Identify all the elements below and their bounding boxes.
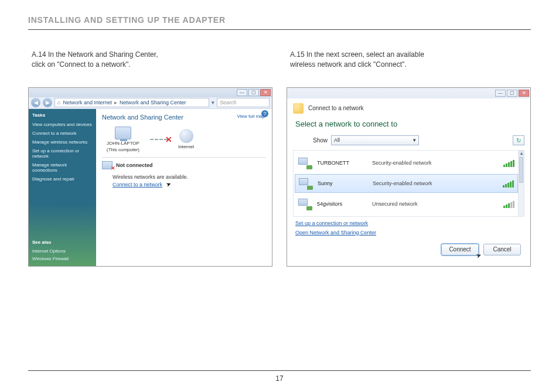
tasks-header: Tasks — [32, 113, 93, 118]
page-number: 17 — [28, 374, 531, 383]
wireless-available-text: Wireless networks are available. — [113, 174, 266, 180]
signal-bars-icon — [503, 159, 514, 167]
dialog-button-row: Connect ➤ Cancel — [293, 236, 524, 255]
show-label: Show — [313, 137, 328, 144]
signal-bars-icon — [503, 179, 514, 188]
content-pane: ? Network and Sharing Center View full m… — [96, 109, 272, 266]
scrollbar[interactable]: ▴ — [518, 151, 524, 216]
not-connected-label: Not connected — [116, 162, 153, 168]
breadcrumb-icon: ⌂ — [57, 100, 60, 105]
see-also-header: See also — [32, 240, 93, 245]
view-full-map-link[interactable]: View full map — [237, 114, 265, 119]
disconnected-x-icon: ✕ — [165, 135, 172, 144]
connect-to-network-link[interactable]: Connect to a network — [113, 182, 162, 188]
sidebar-item-manage-connections[interactable]: Manage network connections — [32, 162, 93, 173]
network-icon — [299, 178, 312, 189]
sidebar-item-manage-wireless[interactable]: Manage wireless networks — [32, 139, 93, 145]
chevron-right-icon: ▸ — [114, 100, 117, 105]
dialog-header: Connect to a network — [293, 103, 524, 114]
refresh-button[interactable]: ↻ — [513, 135, 524, 145]
connect-button[interactable]: Connect ➤ — [441, 244, 479, 255]
breadcrumb[interactable]: ⌂ Network and Internet ▸ Network and Sha… — [54, 98, 209, 107]
screenshot-network-sharing-center: — ▢ ✕ ◀ ▶ ⌂ Network and Internet ▸ Netwo… — [28, 87, 272, 267]
network-row-turbonett[interactable]: TURBONETT Security-enabled network — [295, 154, 518, 172]
computer-icon — [115, 127, 131, 139]
caption-a15: A.15 In the next screen, select an avail… — [287, 50, 531, 70]
network-name: TURBONETT — [317, 160, 366, 166]
show-select-value: All — [334, 137, 340, 143]
explorer-nav-row: ◀ ▶ ⌂ Network and Internet ▸ Network and… — [29, 97, 272, 109]
forward-button[interactable]: ▶ — [43, 98, 52, 107]
chevron-down-icon[interactable]: ▾ — [212, 100, 214, 105]
signal-bars-icon — [503, 200, 514, 208]
window-titlebar: — ▢ ✕ — [287, 88, 530, 98]
this-computer-node: JOHN-LAPTOP (This computer) — [107, 127, 139, 152]
network-name: Sunny — [318, 180, 367, 186]
cancel-button-label: Cancel — [493, 246, 511, 253]
back-button[interactable]: ◀ — [31, 98, 40, 107]
minimize-button[interactable]: — — [237, 89, 247, 96]
connect-button-label: Connect — [449, 246, 471, 253]
not-connected-icon — [102, 161, 113, 169]
not-connected-row: Not connected — [102, 161, 266, 169]
breadcrumb-seg-2[interactable]: Network and Sharing Center — [120, 100, 186, 105]
close-button[interactable]: ✕ — [519, 90, 529, 97]
show-select[interactable]: All ▾ — [331, 135, 419, 145]
cursor-icon: ➤ — [475, 251, 483, 260]
divider — [102, 157, 266, 158]
connection-line: ✕ — [150, 139, 168, 140]
breadcrumb-seg-1[interactable]: Network and Internet — [63, 100, 112, 105]
this-computer-name: JOHN-LAPTOP — [107, 141, 139, 146]
network-icon — [298, 158, 311, 168]
network-row-54gvisitors[interactable]: 54gvisitors Unsecured network — [295, 195, 518, 213]
network-list: ▴ TURBONETT Security-enabled network — [293, 150, 524, 217]
cancel-button[interactable]: Cancel — [483, 244, 521, 255]
network-map: JOHN-LAPTOP (This computer) ✕ Internet — [107, 127, 266, 152]
this-computer-sub: (This computer) — [107, 147, 139, 152]
chevron-down-icon: ▾ — [413, 137, 416, 143]
sidebar-item-view-computers[interactable]: View computers and devices — [32, 122, 93, 127]
sidebar-item-connect-network[interactable]: Connect to a network — [32, 131, 93, 136]
link-open-sharing-center[interactable]: Open Network and Sharing Center — [295, 230, 524, 236]
tasks-sidebar: Tasks View computers and devices Connect… — [29, 109, 96, 266]
globe-icon — [179, 129, 193, 143]
network-type: Unsecured network — [372, 201, 418, 207]
scroll-thumb[interactable] — [519, 157, 523, 183]
dialog-icon — [293, 103, 304, 114]
cursor-icon: ➤ — [165, 180, 172, 188]
caption-a14: A.14 In the Network and Sharing Center, … — [28, 50, 272, 70]
see-also-windows-firewall[interactable]: Windows Firewall — [32, 256, 93, 261]
network-type: Security-enabled network — [372, 160, 432, 166]
sidebar-item-setup-connection[interactable]: Set up a connection or network — [32, 148, 93, 159]
search-input[interactable]: Search — [217, 98, 270, 107]
network-row-sunny[interactable]: Sunny Security-enabled network — [295, 174, 518, 193]
maximize-button[interactable]: ▢ — [507, 90, 517, 97]
internet-label: Internet — [178, 144, 194, 149]
maximize-button[interactable]: ▢ — [248, 89, 259, 96]
scroll-up-icon[interactable]: ▴ — [519, 151, 524, 156]
rule-top — [28, 29, 531, 30]
minimize-button[interactable]: — — [495, 90, 506, 97]
screenshot-connect-to-network: — ▢ ✕ Connect to a network Select a netw… — [287, 87, 531, 267]
dialog-title: Connect to a network — [308, 105, 364, 111]
dialog-prompt: Select a network to connect to — [295, 120, 524, 128]
link-setup-connection[interactable]: Set up a connection or network — [295, 220, 524, 226]
see-also-internet-options[interactable]: Internet Options — [32, 248, 93, 254]
window-titlebar: — ▢ ✕ — [29, 88, 272, 97]
page-title: INSTALLING AND SETTING UP THE ADAPTER — [28, 15, 531, 25]
rule-bottom — [28, 370, 531, 371]
sidebar-item-diagnose[interactable]: Diagnose and repair — [32, 176, 93, 182]
network-icon — [298, 199, 311, 209]
network-name: 54gvisitors — [317, 201, 366, 207]
close-button[interactable]: ✕ — [260, 89, 271, 96]
network-type: Security-enabled network — [373, 180, 432, 186]
internet-node: Internet — [178, 129, 194, 149]
